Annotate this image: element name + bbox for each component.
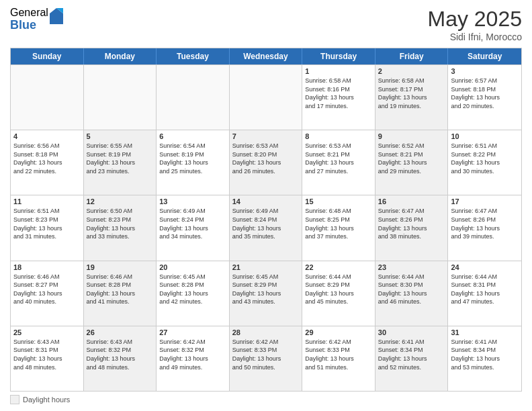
day-cell: 1Sunrise: 6:58 AM Sunset: 8:16 PM Daylig… bbox=[302, 65, 375, 130]
day-number: 23 bbox=[378, 263, 445, 271]
day-number: 31 bbox=[451, 328, 519, 336]
day-cell: 31Sunrise: 6:41 AM Sunset: 8:34 PM Dayli… bbox=[448, 326, 521, 391]
day-number: 1 bbox=[305, 67, 372, 75]
day-number: 30 bbox=[378, 328, 445, 336]
day-info: Sunrise: 6:48 AM Sunset: 8:25 PM Dayligh… bbox=[305, 207, 372, 240]
header: General Blue May 2025 Sidi Ifni, Morocco bbox=[10, 7, 522, 42]
logo-general: General bbox=[10, 7, 48, 19]
logo-blue: Blue bbox=[10, 19, 48, 32]
day-info: Sunrise: 6:49 AM Sunset: 8:24 PM Dayligh… bbox=[159, 207, 226, 240]
day-cell bbox=[230, 65, 303, 130]
title-section: May 2025 Sidi Ifni, Morocco bbox=[427, 7, 522, 42]
day-cell: 26Sunrise: 6:43 AM Sunset: 8:32 PM Dayli… bbox=[84, 326, 157, 391]
day-info: Sunrise: 6:41 AM Sunset: 8:34 PM Dayligh… bbox=[378, 338, 445, 371]
day-number: 19 bbox=[87, 263, 154, 271]
day-info: Sunrise: 6:45 AM Sunset: 8:28 PM Dayligh… bbox=[159, 273, 226, 306]
day-cell: 16Sunrise: 6:47 AM Sunset: 8:26 PM Dayli… bbox=[375, 195, 449, 260]
day-number: 24 bbox=[451, 263, 519, 271]
day-info: Sunrise: 6:44 AM Sunset: 8:31 PM Dayligh… bbox=[451, 273, 519, 306]
logo-icon bbox=[50, 8, 63, 24]
day-number: 28 bbox=[232, 328, 300, 336]
day-cell: 14Sunrise: 6:49 AM Sunset: 8:24 PM Dayli… bbox=[230, 195, 303, 260]
day-number: 17 bbox=[451, 197, 519, 205]
day-number: 22 bbox=[305, 263, 372, 271]
day-cell: 20Sunrise: 6:45 AM Sunset: 8:28 PM Dayli… bbox=[157, 261, 230, 326]
day-number: 26 bbox=[87, 328, 154, 336]
day-number: 2 bbox=[378, 67, 445, 75]
day-info: Sunrise: 6:57 AM Sunset: 8:18 PM Dayligh… bbox=[451, 77, 519, 110]
day-number: 12 bbox=[87, 197, 154, 205]
day-number: 18 bbox=[13, 263, 81, 271]
day-cell: 23Sunrise: 6:44 AM Sunset: 8:30 PM Dayli… bbox=[375, 261, 449, 326]
day-info: Sunrise: 6:52 AM Sunset: 8:21 PM Dayligh… bbox=[378, 142, 445, 175]
day-info: Sunrise: 6:42 AM Sunset: 8:33 PM Dayligh… bbox=[305, 338, 372, 371]
day-cell: 7Sunrise: 6:53 AM Sunset: 8:20 PM Daylig… bbox=[230, 130, 303, 195]
day-cell: 17Sunrise: 6:47 AM Sunset: 8:26 PM Dayli… bbox=[448, 195, 521, 260]
day-cell: 29Sunrise: 6:42 AM Sunset: 8:33 PM Dayli… bbox=[302, 326, 375, 391]
day-headers: SundayMondayTuesdayWednesdayThursdayFrid… bbox=[11, 48, 521, 64]
day-cell: 24Sunrise: 6:44 AM Sunset: 8:31 PM Dayli… bbox=[448, 261, 521, 326]
day-number: 25 bbox=[13, 328, 81, 336]
day-info: Sunrise: 6:42 AM Sunset: 8:32 PM Dayligh… bbox=[159, 338, 226, 371]
day-cell: 10Sunrise: 6:51 AM Sunset: 8:22 PM Dayli… bbox=[448, 130, 521, 195]
logo: General Blue bbox=[10, 7, 63, 32]
day-info: Sunrise: 6:54 AM Sunset: 8:19 PM Dayligh… bbox=[159, 142, 226, 175]
week-row-2: 4Sunrise: 6:56 AM Sunset: 8:18 PM Daylig… bbox=[11, 130, 521, 195]
day-info: Sunrise: 6:50 AM Sunset: 8:23 PM Dayligh… bbox=[87, 207, 154, 240]
day-info: Sunrise: 6:53 AM Sunset: 8:20 PM Dayligh… bbox=[232, 142, 300, 175]
footer: Daylight hours bbox=[10, 395, 522, 404]
day-info: Sunrise: 6:46 AM Sunset: 8:27 PM Dayligh… bbox=[13, 273, 81, 306]
day-cell: 4Sunrise: 6:56 AM Sunset: 8:18 PM Daylig… bbox=[11, 130, 84, 195]
day-cell bbox=[157, 65, 230, 130]
calendar-body: 1Sunrise: 6:58 AM Sunset: 8:16 PM Daylig… bbox=[11, 64, 521, 391]
day-header-monday: Monday bbox=[84, 48, 157, 64]
day-number: 4 bbox=[13, 132, 81, 140]
day-cell: 13Sunrise: 6:49 AM Sunset: 8:24 PM Dayli… bbox=[157, 195, 230, 260]
day-cell: 27Sunrise: 6:42 AM Sunset: 8:32 PM Dayli… bbox=[157, 326, 230, 391]
day-cell: 25Sunrise: 6:43 AM Sunset: 8:31 PM Dayli… bbox=[11, 326, 84, 391]
week-row-1: 1Sunrise: 6:58 AM Sunset: 8:16 PM Daylig… bbox=[11, 64, 521, 130]
day-cell: 15Sunrise: 6:48 AM Sunset: 8:25 PM Dayli… bbox=[302, 195, 375, 260]
calendar: SundayMondayTuesdayWednesdayThursdayFrid… bbox=[10, 48, 522, 392]
day-number: 20 bbox=[159, 263, 226, 271]
day-number: 13 bbox=[159, 197, 226, 205]
day-info: Sunrise: 6:43 AM Sunset: 8:31 PM Dayligh… bbox=[13, 338, 81, 371]
month-title: May 2025 bbox=[427, 7, 522, 32]
day-cell: 21Sunrise: 6:45 AM Sunset: 8:29 PM Dayli… bbox=[230, 261, 303, 326]
week-row-5: 25Sunrise: 6:43 AM Sunset: 8:31 PM Dayli… bbox=[11, 326, 521, 391]
day-info: Sunrise: 6:58 AM Sunset: 8:17 PM Dayligh… bbox=[378, 77, 445, 110]
day-cell: 3Sunrise: 6:57 AM Sunset: 8:18 PM Daylig… bbox=[448, 65, 521, 130]
day-info: Sunrise: 6:41 AM Sunset: 8:34 PM Dayligh… bbox=[451, 338, 519, 371]
day-header-tuesday: Tuesday bbox=[157, 48, 230, 64]
day-number: 7 bbox=[232, 132, 300, 140]
week-row-4: 18Sunrise: 6:46 AM Sunset: 8:27 PM Dayli… bbox=[11, 261, 521, 326]
day-info: Sunrise: 6:51 AM Sunset: 8:23 PM Dayligh… bbox=[13, 207, 81, 240]
location-subtitle: Sidi Ifni, Morocco bbox=[427, 32, 522, 42]
day-number: 3 bbox=[451, 67, 519, 75]
day-cell: 28Sunrise: 6:42 AM Sunset: 8:33 PM Dayli… bbox=[230, 326, 303, 391]
day-cell: 30Sunrise: 6:41 AM Sunset: 8:34 PM Dayli… bbox=[375, 326, 449, 391]
day-number: 27 bbox=[159, 328, 226, 336]
day-cell: 2Sunrise: 6:58 AM Sunset: 8:17 PM Daylig… bbox=[375, 65, 449, 130]
day-header-wednesday: Wednesday bbox=[230, 48, 303, 64]
day-info: Sunrise: 6:44 AM Sunset: 8:29 PM Dayligh… bbox=[305, 273, 372, 306]
week-row-3: 11Sunrise: 6:51 AM Sunset: 8:23 PM Dayli… bbox=[11, 195, 521, 260]
day-number: 10 bbox=[451, 132, 519, 140]
day-info: Sunrise: 6:53 AM Sunset: 8:21 PM Dayligh… bbox=[305, 142, 372, 175]
day-info: Sunrise: 6:49 AM Sunset: 8:24 PM Dayligh… bbox=[232, 207, 300, 240]
day-number: 6 bbox=[159, 132, 226, 140]
day-header-sunday: Sunday bbox=[11, 48, 84, 64]
day-number: 9 bbox=[378, 132, 445, 140]
day-info: Sunrise: 6:58 AM Sunset: 8:16 PM Dayligh… bbox=[305, 77, 372, 110]
page: General Blue May 2025 Sidi Ifni, Morocco… bbox=[0, 0, 532, 411]
day-info: Sunrise: 6:44 AM Sunset: 8:30 PM Dayligh… bbox=[378, 273, 445, 306]
day-number: 14 bbox=[232, 197, 300, 205]
daylight-box bbox=[10, 395, 19, 404]
day-cell: 6Sunrise: 6:54 AM Sunset: 8:19 PM Daylig… bbox=[157, 130, 230, 195]
day-cell: 9Sunrise: 6:52 AM Sunset: 8:21 PM Daylig… bbox=[375, 130, 449, 195]
day-number: 16 bbox=[378, 197, 445, 205]
day-number: 8 bbox=[305, 132, 372, 140]
day-info: Sunrise: 6:55 AM Sunset: 8:19 PM Dayligh… bbox=[87, 142, 154, 175]
day-info: Sunrise: 6:43 AM Sunset: 8:32 PM Dayligh… bbox=[87, 338, 154, 371]
day-cell: 8Sunrise: 6:53 AM Sunset: 8:21 PM Daylig… bbox=[302, 130, 375, 195]
